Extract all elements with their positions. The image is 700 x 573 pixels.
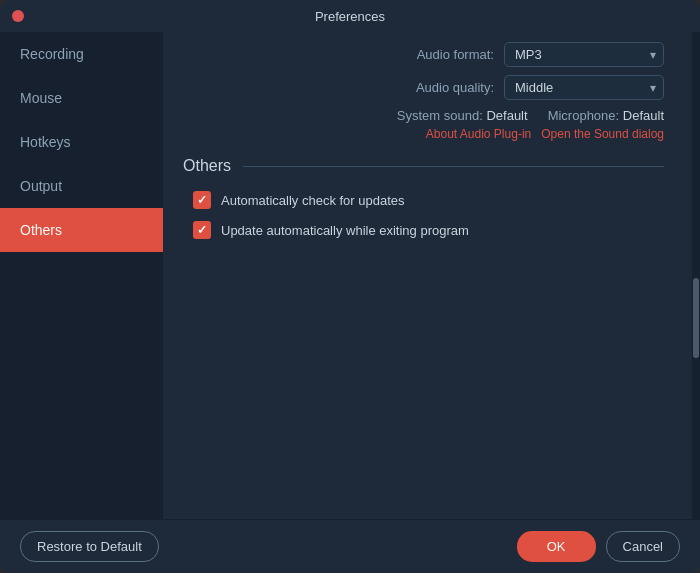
system-microphone-row: System sound: Default Microphone: Defaul…: [183, 108, 680, 123]
checkbox-auto-update-label: Automatically check for updates: [221, 193, 405, 208]
sidebar-item-mouse[interactable]: Mouse: [0, 76, 163, 120]
checkbox-row-exit-update: ✓ Update automatically while exiting pro…: [183, 221, 680, 239]
title-bar: Preferences: [0, 0, 700, 32]
checkbox-exit-update-label: Update automatically while exiting progr…: [221, 223, 469, 238]
section-divider: Others: [183, 157, 680, 175]
footer-right: OK Cancel: [517, 531, 680, 562]
section-title: Others: [183, 157, 231, 175]
sidebar: Recording Mouse Hotkeys Output Others: [0, 32, 163, 519]
checkbox-exit-update[interactable]: ✓: [193, 221, 211, 239]
scrollbar[interactable]: [692, 32, 700, 519]
preferences-window: Preferences Recording Mouse Hotkeys Outp…: [0, 0, 700, 573]
sidebar-item-output[interactable]: Output: [0, 164, 163, 208]
audio-quality-select-wrapper: Middle High Low: [504, 75, 664, 100]
system-sound-label: System sound: Default: [397, 108, 528, 123]
checkmark-icon: ✓: [197, 193, 207, 207]
open-sound-dialog-link[interactable]: Open the Sound dialog: [541, 127, 664, 141]
divider-line: [243, 166, 664, 167]
microphone-label: Microphone: Default: [548, 108, 664, 123]
audio-quality-label: Audio quality:: [416, 80, 494, 95]
links-row: About Audio Plug-in Open the Sound dialo…: [183, 127, 680, 141]
audio-format-row: Audio format: MP3 WAV AAC: [183, 42, 680, 67]
audio-format-label: Audio format:: [417, 47, 494, 62]
sidebar-item-others[interactable]: Others: [0, 208, 163, 252]
cancel-button[interactable]: Cancel: [606, 531, 680, 562]
checkmark-icon-2: ✓: [197, 223, 207, 237]
close-button[interactable]: [12, 10, 24, 22]
system-sound-value: Default: [486, 108, 527, 123]
restore-default-button[interactable]: Restore to Default: [20, 531, 159, 562]
sidebar-item-hotkeys[interactable]: Hotkeys: [0, 120, 163, 164]
scrollbar-thumb[interactable]: [693, 278, 699, 358]
checkbox-auto-update[interactable]: ✓: [193, 191, 211, 209]
audio-format-select-wrapper: MP3 WAV AAC: [504, 42, 664, 67]
microphone-value: Default: [623, 108, 664, 123]
window-title: Preferences: [315, 9, 385, 24]
audio-quality-row: Audio quality: Middle High Low: [183, 75, 680, 100]
footer: Restore to Default OK Cancel: [0, 519, 700, 573]
ok-button[interactable]: OK: [517, 531, 596, 562]
audio-format-select[interactable]: MP3 WAV AAC: [504, 42, 664, 67]
audio-quality-select[interactable]: Middle High Low: [504, 75, 664, 100]
about-plugin-link[interactable]: About Audio Plug-in: [426, 127, 531, 141]
content-area: Audio format: MP3 WAV AAC Audio quality:…: [163, 32, 700, 519]
sidebar-item-recording[interactable]: Recording: [0, 32, 163, 76]
checkbox-row-updates: ✓ Automatically check for updates: [183, 191, 680, 209]
main-content: Recording Mouse Hotkeys Output Others Au…: [0, 32, 700, 519]
